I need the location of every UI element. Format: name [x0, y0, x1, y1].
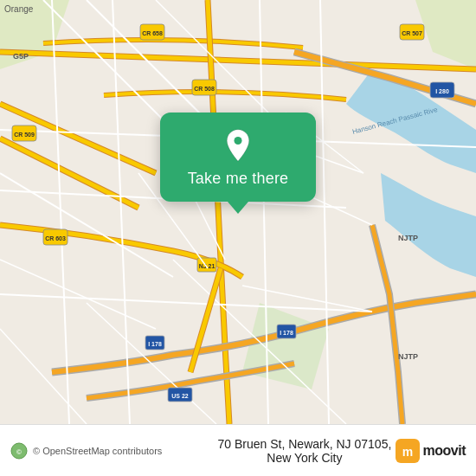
svg-point-60 — [234, 137, 241, 145]
location-pin-icon — [221, 128, 255, 163]
moovit-logo-icon: m — [396, 439, 420, 463]
svg-text:G5P: G5P — [13, 52, 29, 61]
svg-text:©: © — [16, 448, 22, 456]
svg-text:I 280: I 280 — [435, 88, 449, 94]
svg-text:NJTP: NJTP — [398, 234, 418, 242]
take-me-there-button[interactable]: Take me there — [188, 170, 289, 188]
svg-text:US 22: US 22 — [171, 393, 189, 399]
osm-logo-icon: © — [10, 442, 28, 460]
svg-text:CR 508: CR 508 — [194, 86, 215, 92]
bottom-bar: © © OpenStreetMap contributors 70 Bruen … — [0, 424, 476, 476]
osm-attribution-text: © OpenStreetMap contributors — [33, 446, 214, 456]
moovit-brand-text: moovit — [423, 443, 466, 459]
svg-text:CR 509: CR 509 — [14, 132, 35, 138]
address-label: 70 Bruen St, Newark, NJ 07105, New York … — [214, 437, 395, 465]
svg-text:CR 603: CR 603 — [45, 235, 66, 241]
svg-text:CR 507: CR 507 — [402, 30, 422, 36]
location-popup: Take me there — [160, 113, 316, 202]
svg-text:NJTP: NJTP — [398, 352, 418, 361]
svg-text:m: m — [402, 445, 412, 459]
svg-text:CR 658: CR 658 — [142, 30, 163, 36]
svg-text:I 178: I 178 — [280, 330, 293, 336]
moovit-logo: m moovit — [396, 439, 466, 463]
svg-text:Orange: Orange — [4, 4, 34, 14]
svg-text:I 178: I 178 — [148, 341, 162, 347]
map-view[interactable]: CR 658 CR 507 CR 509 CR 508 CR 603 I 280… — [0, 0, 476, 424]
